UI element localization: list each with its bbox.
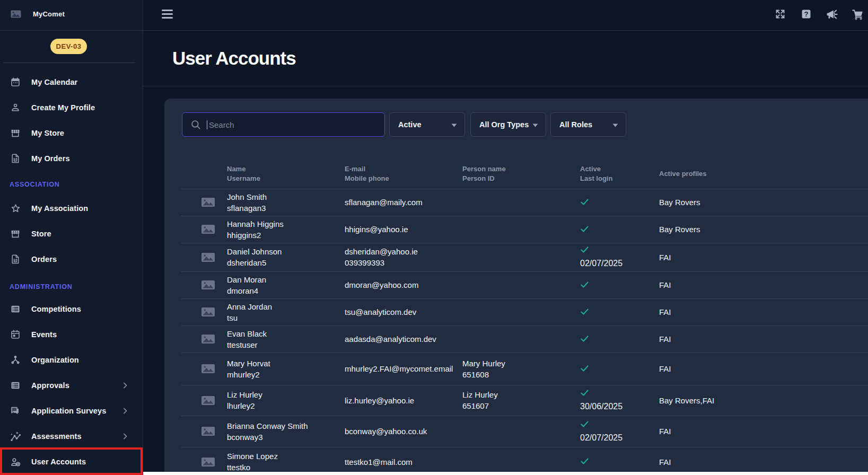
svg-text:$: $ <box>14 258 17 262</box>
svg-text:?: ? <box>804 10 808 18</box>
svg-text:$: $ <box>14 157 17 162</box>
